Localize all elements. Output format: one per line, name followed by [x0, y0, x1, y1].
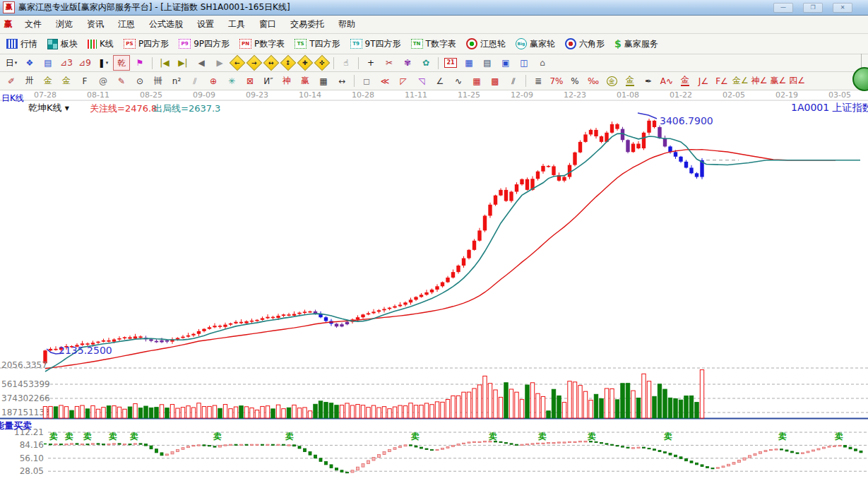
j-angle-button[interactable]: J∠ — [695, 73, 712, 89]
pen-ruler-button[interactable]: ✎ — [113, 73, 130, 89]
diamond-v-expand-button[interactable]: ↕ — [280, 55, 297, 71]
f-ruler-button[interactable]: F — [76, 73, 93, 89]
jump-first-button[interactable]: |◀ — [156, 55, 173, 71]
gold-ruler-b-button[interactable]: 金 — [58, 73, 75, 89]
calculator-tool-button[interactable]: ▦ — [460, 55, 477, 71]
menu-help[interactable]: 帮助 — [331, 16, 362, 32]
maximize-button[interactable]: ❐ — [803, 3, 823, 13]
gold-circle-button[interactable]: 金 — [603, 73, 620, 89]
toolbar-item-t-number[interactable]: TNT数字表 — [406, 34, 461, 54]
menu-file[interactable]: 文件 — [18, 16, 49, 32]
ying-tool-button[interactable]: 赢 — [297, 73, 314, 89]
kline-chart-canvas[interactable]: 07-2808-1108-2509-0909-2310-1410-2811-11… — [0, 90, 868, 481]
parallel-tool-button[interactable]: ⫽ — [505, 73, 522, 89]
export-tool-button[interactable]: ◫ — [516, 55, 533, 71]
diamond-full-button[interactable]: ✜ — [314, 55, 331, 71]
angle-lines-button[interactable]: ∠ — [432, 73, 448, 89]
f-angle-button[interactable]: F∠ — [713, 73, 730, 89]
step-forward-button[interactable]: ▶ — [211, 55, 228, 71]
menu-browse[interactable]: 浏览 — [49, 16, 80, 32]
save-tool-button[interactable]: ▣ — [497, 55, 514, 71]
wave-a-button[interactable]: A∿ — [658, 73, 675, 89]
menu-settings[interactable]: 设置 — [190, 16, 221, 32]
ying-angle-button[interactable]: 赢∠ — [770, 73, 787, 89]
box-tool-button[interactable]: ◻ — [358, 73, 375, 89]
toolbar-item-winner-wheel[interactable]: Big赢家轮 — [511, 34, 560, 54]
calendar-tool-button[interactable]: 21 — [442, 55, 459, 71]
diamond-h-expand-button[interactable]: ↔ — [263, 55, 280, 71]
chart-area[interactable]: 07-2808-1108-2509-0909-2310-1410-2811-11… — [0, 90, 868, 481]
info-view-button[interactable]: ▤ — [40, 55, 57, 71]
crosshair-tool-button[interactable]: + — [362, 55, 379, 71]
gann-knife-button[interactable]: ✐ — [3, 73, 20, 89]
n-marks-button[interactable]: И″ — [260, 73, 277, 89]
toolbar-item-kline[interactable]: K线 — [83, 34, 119, 54]
minimize-button[interactable]: — — [773, 3, 793, 13]
grid-counter-button[interactable]: ▦ — [315, 73, 332, 89]
menu-window[interactable]: 窗口 — [252, 16, 283, 32]
hand-tool-button[interactable]: ☝ — [338, 55, 355, 71]
menu-news[interactable]: 资讯 — [80, 16, 111, 32]
cut-tool-button[interactable]: ✂ — [381, 55, 398, 71]
pattern-brain-tool-button[interactable]: ✿ — [417, 55, 434, 71]
memo-tool-button[interactable]: ▤ — [479, 55, 496, 71]
toolbar-item-gann-wheel[interactable]: 江恩轮 — [461, 34, 511, 54]
shen-angle-button[interactable]: 神∠ — [751, 73, 768, 89]
volume-profile-button[interactable]: ⚑ — [131, 55, 148, 71]
starburst-teal-button[interactable]: ✳ — [223, 73, 240, 89]
gold-angle-button[interactable]: 金∠ — [732, 73, 749, 89]
pattern-view-button[interactable]: ❖ — [21, 55, 38, 71]
spiral-tool-button[interactable]: @ — [95, 73, 112, 89]
toolbar-item-quotes[interactable]: 行情 — [1, 34, 42, 54]
scale-ruler-button[interactable]: 卌 — [150, 73, 167, 89]
tick-ruler-button[interactable]: 卅 — [21, 73, 38, 89]
gold-underline-button[interactable]: 金 — [622, 73, 638, 89]
price-counter-button[interactable]: ≣ — [530, 73, 547, 89]
fan-lines-red-button[interactable]: ≪ — [376, 73, 393, 89]
shen-tool-button[interactable]: 神 — [278, 73, 295, 89]
chart-9-view-button[interactable]: ⊿9 — [76, 55, 93, 71]
span-arrows-button[interactable]: ↔ — [333, 73, 350, 89]
toolbar-item-9t-square[interactable]: T99T四方形 — [345, 34, 406, 54]
angle-fan-button[interactable]: ⫽ — [186, 73, 203, 89]
grid-red-b-button[interactable]: ▩ — [487, 73, 504, 89]
overlay-selector[interactable]: 乾坤K线 ▼ — [28, 102, 69, 114]
menu-tools[interactable]: 工具 — [221, 16, 252, 32]
toolbar-item-9p-square[interactable]: P99P四方形 — [174, 34, 234, 54]
grid-red-a-button[interactable]: ▦ — [468, 73, 485, 89]
gold-ruler-a-button[interactable]: 金 — [40, 73, 57, 89]
circle-ruler-button[interactable]: ⊙ — [131, 73, 148, 89]
period-day-dropdown-button[interactable]: 日▾ — [3, 55, 20, 71]
pen-flag-button[interactable]: ✒ — [640, 73, 657, 89]
candle-style-dropdown-button[interactable]: ❚▾ — [95, 55, 112, 71]
menu-trade-entrust[interactable]: 交易委托 — [283, 16, 331, 32]
workstation-tool-button[interactable]: ⌂ — [534, 55, 551, 71]
grid-fan-red-button[interactable]: ⊠ — [242, 73, 258, 89]
toolbar-item-hexagon[interactable]: 六角形 — [560, 34, 610, 54]
four-angle-button[interactable]: 四∠ — [788, 73, 806, 89]
toolbar-item-p-square[interactable]: PSP四方形 — [119, 34, 174, 54]
chart-3-view-button[interactable]: ⊿3 — [58, 55, 75, 71]
n-squared-tool-button[interactable]: n² — [168, 73, 185, 89]
diamond-center-button[interactable]: ✚ — [297, 55, 314, 71]
toolbar-item-sectors[interactable]: 板块 — [42, 34, 83, 54]
close-button[interactable]: ✕ — [833, 3, 852, 13]
menu-gann[interactable]: 江恩 — [111, 16, 142, 32]
permille-tool-button[interactable]: ‰ — [585, 73, 602, 89]
zigzag-tool-button[interactable]: ∿ — [450, 73, 467, 89]
qiankun-toggle-button[interactable]: 乾 — [113, 55, 130, 71]
menu-formula-pick[interactable]: 公式选股 — [142, 16, 190, 32]
jump-last-button[interactable]: ▶| — [174, 55, 191, 71]
gold-underline-red-button[interactable]: 金 — [677, 73, 694, 89]
diamond-left-button[interactable]: ← — [230, 55, 246, 71]
target-red-button[interactable]: ⊕ — [205, 73, 222, 89]
fan-box-b-button[interactable]: ◹ — [413, 73, 430, 89]
fan-box-a-button[interactable]: ◸ — [395, 73, 412, 89]
toolbar-item-p-number[interactable]: PNP数字表 — [234, 34, 290, 54]
toolbar-item-winner-service[interactable]: $赢家服务 — [610, 34, 663, 54]
percent-tool-button[interactable]: % — [566, 73, 583, 89]
toolbar-item-t-square[interactable]: TST四方形 — [290, 34, 345, 54]
diamond-right-button[interactable]: → — [246, 55, 263, 71]
text-note-tool-button[interactable]: ✾ — [399, 55, 416, 71]
step-back-button[interactable]: ◀ — [193, 55, 210, 71]
